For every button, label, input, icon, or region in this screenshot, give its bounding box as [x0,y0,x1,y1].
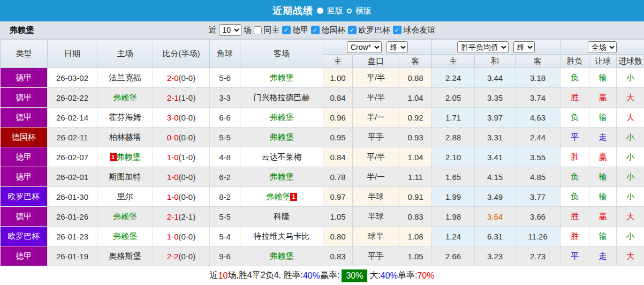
result-outcome-cell: 胜 [560,227,589,246]
fulltime-score: 2-1 [167,212,179,221]
result-outcome-cell: 负 [560,108,589,128]
halftime-score: (0-0) [179,133,196,142]
header-odds-handicap: 盘口 [353,55,399,68]
league-filter-checkbox-bundesliga[interactable]: ✓ [282,26,291,34]
summary-segment: 40% [303,271,320,281]
avg-home-cell: 1.99 [432,187,475,207]
result-outcome-cell: 负 [560,68,589,88]
same-home-checkbox[interactable] [254,26,262,34]
league-filter-label-dfb-pokal[interactable]: 德国杯 [322,25,346,35]
halftime-score: (0-0) [179,232,196,241]
home-team-cell: 弗赖堡 [97,227,153,246]
avg-away-cell: 11.26 [516,227,560,246]
away-team-name: 弗赖堡 [266,192,290,201]
table-row: 德甲26-02-01斯图加特1-0(0-0)6-2弗赖堡0.78半/一1.111… [1,167,644,187]
score-cell: 0-0(0-0) [153,128,210,147]
away-team-cell: 科隆 [240,207,323,227]
avg-away-cell: 3.66 [516,207,560,227]
result-handicap-cell: 输 [589,108,617,128]
away-team-name: 特拉维夫马卡比 [254,231,310,241]
league-filter-label-friendly[interactable]: 球会友谊 [404,25,436,35]
table-row: 德甲26-02-14霍芬海姆3-0(0-0)6-6弗赖堡0.96半/一0.921… [1,108,644,128]
avg-draw-cell: 3.64 [475,207,516,227]
home-team-name: 奥格斯堡 [109,251,141,260]
summary-segment: 场,胜4平2负4, 胜率: [228,270,302,281]
odds-state-select[interactable]: 终 [387,41,408,53]
home-team-cell: 里尔 [97,187,153,207]
result-goals-cell: 大 [617,207,644,227]
away-team-name: 弗赖堡 [270,132,294,141]
table-header: 类型 日期 主场 比分(半场) 角球 客场 Crow* 终 胜平负均值 终 [1,40,644,68]
header-odds-home: 主 [323,55,353,68]
summary-segment: 70% [417,271,434,281]
odds-away-cell: 0.92 [399,108,432,128]
odds-away-cell: 1.05 [399,246,432,266]
avg-draw-cell: 3.97 [475,108,516,128]
horizontal-layout-radio[interactable] [347,9,352,13]
odds-group-header: Crow* 终 [323,40,432,55]
odds-home-cell: 0.84 [323,147,353,167]
date-cell: 26-02-14 [48,108,97,128]
avg-home-cell: 2.05 [432,88,475,108]
league-filter-checkbox-europa[interactable]: ✓ [348,26,357,34]
results-table: 类型 日期 主场 比分(半场) 角球 客场 Crow* 终 胜平负均值 终 [0,39,644,266]
away-team-name: 弗赖堡 [270,251,294,260]
result-handicap-cell: 走 [589,246,617,266]
league-filter-checkbox-friendly[interactable]: ✓ [393,26,401,34]
score-cell: 1-0(0-0) [153,167,210,187]
league-type-cell: 德甲 [1,167,48,187]
header-avg-away: 客 [516,55,560,68]
filter-bar: 弗赖堡 近 10 场 同主 ✓ 德甲 ✓ 德国杯 ✓ 欧罗巴杯 ✓ 球会友谊 [0,21,644,39]
header-result-outcome: 胜负 [560,55,589,68]
away-team-cell: 弗赖堡1 [240,187,323,207]
summary-segment: 30% [342,269,367,282]
result-group-header: 全场 [560,40,644,55]
scope-select[interactable]: 全场 [588,41,617,53]
avg-away-cell: 3.55 [516,147,560,167]
result-outcome-cell: 胜 [560,88,589,108]
halftime-score: (1-0) [179,93,196,102]
league-filter-label-europa[interactable]: 欧罗巴杯 [359,25,391,35]
summary-segment: 大: [369,270,380,281]
avg-home-cell: 1.65 [432,167,475,187]
odds-away-cell: 1.04 [399,147,432,167]
halftime-score: (0-0) [179,172,196,182]
avg-home-cell: 1.98 [432,207,475,227]
league-type-cell: 欧罗巴杯 [1,187,48,207]
home-team-name: 弗赖堡 [117,152,141,161]
same-home-label[interactable]: 同主 [264,25,280,35]
vertical-layout-label[interactable]: 竖版 [327,6,343,16]
away-team-cell: 弗赖堡 [240,246,323,266]
league-filter-checkbox-dfb-pokal[interactable]: ✓ [311,26,320,34]
horizontal-layout-label[interactable]: 横版 [355,6,372,16]
page-title: 近期战绩 [272,4,313,17]
result-handicap-cell: 赢 [589,88,617,108]
league-filter-label-bundesliga[interactable]: 德甲 [293,25,309,35]
home-team-name: 弗赖堡 [113,93,137,102]
league-type-cell: 德甲 [1,207,48,227]
header-avg-home: 主 [432,55,475,68]
summary-segment: 近 [210,270,218,281]
result-outcome-cell: 胜 [560,207,589,227]
odds-home-cell: 1.00 [323,68,353,88]
league-type-cell: 德甲 [1,147,48,167]
odds-home-cell: 1.05 [323,207,353,227]
odds-source-select[interactable]: Crow* [347,41,382,53]
fulltime-score: 2-1 [167,93,179,102]
games-count-select[interactable]: 10 [219,24,241,36]
avg-away-cell: 2.44 [516,128,560,147]
table-row: 德甲26-02-22弗赖堡2-1(1-0)3-3门兴格拉德巴赫0.84平/半1.… [1,88,644,108]
avg-type-select[interactable]: 胜平负均值 [457,41,509,53]
fulltime-score: 2-2 [167,252,179,261]
score-cell: 2-2(0-0) [153,246,210,266]
result-handicap-cell: 输 [589,227,617,246]
avg-state-select[interactable]: 终 [513,41,535,53]
table-row: 欧罗巴杯26-01-30里尔1-0(0-0)8-2弗赖堡10.97半球0.911… [1,187,644,207]
league-type-cell: 德国杯 [1,128,48,147]
red-number-badge: 1 [110,153,117,161]
odds-handicap-cell: 半球 [353,187,399,207]
table-row: 德甲26-01-26弗赖堡2-1(2-1)5-5科隆1.05半球0.831.98… [1,207,644,227]
vertical-layout-radio[interactable] [317,8,323,14]
fulltime-score: 1-0 [167,192,179,201]
odds-handicap-cell: 平/半 [353,88,399,108]
